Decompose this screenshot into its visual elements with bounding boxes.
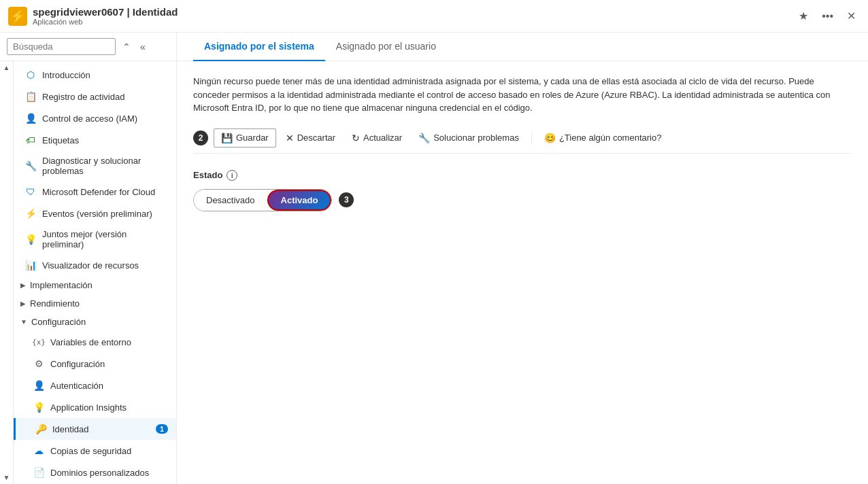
nav-label-visualizador: Visualizador de recursos — [42, 260, 168, 271]
rendimiento-chevron-icon: ▶ — [20, 300, 26, 307]
nav-label-copias: Copias de seguridad — [50, 446, 168, 456]
feedback-label: ¿Tiene algún comentario? — [559, 133, 662, 143]
sidebar-item-juntos[interactable]: 💡 Juntos mejor (versión preliminar) — [14, 224, 176, 254]
sidebar-group-configuracion[interactable]: ▼ Configuración — [14, 313, 176, 331]
content-area: Asignado por el sistema Asignado por el … — [177, 33, 868, 484]
sidebar-item-registro[interactable]: 📋 Registro de actividad — [14, 86, 176, 107]
tabs-bar: Asignado por el sistema Asignado por el … — [177, 33, 868, 61]
copias-icon: ☁ — [33, 445, 45, 457]
nav-label-juntos: Juntos mejor (versión preliminar) — [42, 229, 168, 249]
configuracion-icon: ⚙ — [33, 358, 45, 370]
discard-label: Descartar — [297, 133, 335, 143]
sidebar-item-defender[interactable]: 🛡 Microsoft Defender for Cloud — [14, 181, 176, 203]
deactivate-button[interactable]: Desactivado — [194, 190, 267, 211]
autenticacion-icon: 👤 — [33, 379, 45, 392]
sidebar-item-implementacion[interactable]: ▶ Implementación — [14, 276, 176, 294]
more-button[interactable]: ••• — [818, 7, 837, 25]
control-acceso-icon: 👤 — [24, 112, 37, 124]
etiquetas-icon: 🏷 — [24, 134, 37, 146]
toolbar: 2 💾 Guardar ✕ Descartar ↻ Actualizar 🔧 S… — [193, 128, 852, 154]
eventos-icon: ⚡ — [24, 207, 37, 220]
state-toggle-group: Desactivado Activado — [193, 189, 332, 211]
favorite-button[interactable]: ★ — [795, 7, 812, 25]
sidebar-item-eventos[interactable]: ⚡ Eventos (versión preliminar) — [14, 203, 176, 224]
nav-label-diagnosticar: Diagnosticar y solucionar problemas — [42, 156, 168, 176]
defender-icon: 🛡 — [24, 186, 37, 198]
info-text: Ningún recurso puede tener más de una id… — [193, 75, 846, 115]
dominios-icon: 📄 — [33, 466, 45, 479]
nav-label-registro: Registro de actividad — [42, 92, 168, 102]
refresh-icon: ↻ — [352, 133, 360, 143]
title-bar-actions: ★ ••• ✕ — [795, 7, 860, 25]
sidebar-item-visualizador[interactable]: 📊 Visualizador de recursos — [14, 254, 176, 276]
nav-label-app-insights: Application Insights — [50, 402, 168, 413]
sidebar-item-diagnosticar[interactable]: 🔧 Diagnosticar y solucionar problemas — [14, 151, 176, 181]
identidad-badge: 1 — [156, 424, 168, 434]
juntos-icon: 💡 — [24, 233, 37, 245]
search-input[interactable] — [7, 38, 116, 55]
tab-asignado-sistema[interactable]: Asignado por el sistema — [193, 33, 325, 61]
scroll-down-button[interactable]: ▼ — [2, 471, 12, 484]
registro-icon: 📋 — [24, 90, 37, 103]
state-info-icon[interactable]: i — [227, 170, 237, 181]
title-bar: ⚡ spegridviewer0607 | Identidad Aplicaci… — [0, 0, 868, 33]
nav-label-variables: Variables de entorno — [50, 337, 168, 347]
state-label-row: Estado i — [193, 170, 852, 181]
sidebar-item-rendimiento[interactable]: ▶ Rendimiento — [14, 294, 176, 313]
page-title: spegridviewer0607 | Identidad — [33, 6, 789, 18]
troubleshoot-label: Solucionar problemas — [433, 133, 519, 143]
close-button[interactable]: ✕ — [843, 7, 860, 25]
sidebar-item-dominios[interactable]: 📄 Dominios personalizados — [14, 462, 176, 483]
configuracion-chevron-icon: ▼ — [20, 318, 27, 326]
tab-asignado-usuario[interactable]: Asignado por el usuario — [325, 33, 447, 61]
sidebar-item-copias-seguridad[interactable]: ☁ Copias de seguridad — [14, 440, 176, 462]
step2-badge: 2 — [193, 131, 208, 145]
nav-label-etiquetas: Etiquetas — [42, 135, 168, 145]
nav-label-autenticacion: Autenticación — [50, 381, 168, 391]
nav-label-identidad: Identidad — [52, 424, 150, 434]
content-body: Ningún recurso puede tener más de una id… — [177, 61, 868, 484]
nav-label-eventos: Eventos (versión preliminar) — [42, 209, 168, 219]
toolbar-separator — [531, 131, 532, 145]
sidebar-item-app-insights[interactable]: 💡 Application Insights — [14, 396, 176, 418]
state-label-text: Estado — [193, 170, 222, 180]
sidebar-item-variables-entorno[interactable]: {x} Variables de entorno — [14, 331, 176, 353]
sidebar-item-configuracion[interactable]: ⚙ Configuración — [14, 353, 176, 375]
save-label: Guardar — [236, 133, 269, 143]
refresh-button[interactable]: ↻ Actualizar — [345, 129, 409, 147]
activate-button[interactable]: Activado — [267, 190, 332, 211]
sidebar: ⌃ « ▲ ▼ ⬡ Introducción 📋 Registro de act… — [0, 33, 177, 484]
sidebar-item-control-acceso[interactable]: 👤 Control de acceso (IAM) — [14, 107, 176, 129]
nav-label-implementacion: Implementación — [30, 280, 93, 290]
scroll-up-button[interactable]: ▲ — [2, 61, 12, 74]
page-subtitle: Aplicación web — [33, 18, 789, 26]
implementacion-chevron-icon: ▶ — [20, 281, 26, 289]
sidebar-navigation: ⬡ Introducción 📋 Registro de actividad 👤… — [14, 61, 176, 484]
introduccion-icon: ⬡ — [24, 69, 37, 81]
main-layout: ⌃ « ▲ ▼ ⬡ Introducción 📋 Registro de act… — [0, 33, 868, 484]
nav-label-defender: Microsoft Defender for Cloud — [42, 187, 168, 197]
app-icon: ⚡ — [8, 7, 27, 26]
feedback-icon: 😊 — [544, 133, 556, 143]
collapse-all-button[interactable]: « — [137, 40, 148, 54]
save-button[interactable]: 💾 Guardar — [214, 128, 276, 148]
nav-label-introduccion: Introducción — [42, 70, 168, 80]
app-insights-icon: 💡 — [33, 401, 45, 413]
sidebar-item-identidad[interactable]: 🔑 Identidad 1 — [14, 418, 176, 440]
troubleshoot-button[interactable]: 🔧 Solucionar problemas — [412, 129, 526, 147]
nav-label-rendimiento: Rendimiento — [30, 298, 80, 309]
discard-button[interactable]: ✕ Descartar — [279, 129, 342, 147]
sidebar-item-introduccion[interactable]: ⬡ Introducción — [14, 64, 176, 86]
feedback-button[interactable]: 😊 ¿Tiene algún comentario? — [537, 129, 669, 147]
save-icon: 💾 — [221, 133, 233, 143]
refresh-label: Actualizar — [363, 133, 402, 143]
sidebar-search-area: ⌃ « — [0, 33, 176, 61]
nav-label-configuracion-group: Configuración — [31, 317, 86, 327]
title-bar-text: spegridviewer0607 | Identidad Aplicación… — [33, 6, 789, 26]
state-section: Estado i Desactivado Activado 3 — [193, 170, 852, 211]
nav-label-control-acceso: Control de acceso (IAM) — [42, 114, 168, 124]
discard-icon: ✕ — [286, 133, 294, 143]
expand-collapse-button[interactable]: ⌃ — [120, 40, 133, 54]
sidebar-item-autenticacion[interactable]: 👤 Autenticación — [14, 375, 176, 396]
sidebar-item-etiquetas[interactable]: 🏷 Etiquetas — [14, 129, 176, 151]
